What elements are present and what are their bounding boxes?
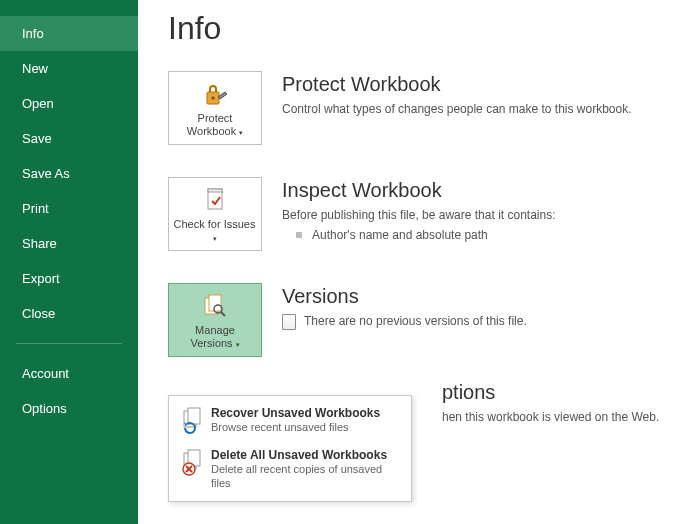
chevron-down-icon: ▾ (213, 235, 217, 242)
backstage-sidebar: Info New Open Save Save As Print Share E… (0, 0, 138, 524)
bullet-icon (296, 232, 302, 238)
sidebar-item-save[interactable]: Save (0, 121, 138, 156)
protect-workbook-button[interactable]: Protect Workbook ▾ (168, 71, 262, 145)
sidebar-item-share[interactable]: Share (0, 226, 138, 261)
browser-title-fragment: ptions (442, 381, 659, 404)
check-for-issues-button[interactable]: Check for Issues ▾ (168, 177, 262, 251)
inspect-desc: Before publishing this file, be aware th… (282, 208, 556, 222)
manage-versions-label: Manage Versions ▾ (169, 324, 261, 349)
menu-item-recover-unsaved[interactable]: Recover Unsaved Workbooks Browse recent … (169, 400, 411, 442)
documents-magnify-icon (199, 292, 231, 320)
versions-title: Versions (282, 285, 527, 308)
document-recover-icon (179, 406, 211, 436)
sidebar-separator (16, 343, 122, 344)
svg-rect-5 (209, 295, 221, 311)
protect-workbook-label: Protect Workbook ▾ (169, 112, 261, 137)
sidebar-item-print[interactable]: Print (0, 191, 138, 226)
svg-rect-9 (188, 408, 200, 424)
sidebar-item-save-as[interactable]: Save As (0, 156, 138, 191)
sidebar-item-info[interactable]: Info (0, 16, 138, 51)
sidebar-item-options[interactable]: Options (0, 391, 138, 426)
document-check-icon (199, 186, 231, 214)
svg-line-7 (221, 312, 225, 316)
sidebar-item-new[interactable]: New (0, 51, 138, 86)
manage-versions-menu: Recover Unsaved Workbooks Browse recent … (168, 395, 412, 502)
delete-title: Delete All Unsaved Workbooks (211, 448, 401, 462)
inspect-bullet-text: Author's name and absolute path (312, 228, 488, 242)
sidebar-item-export[interactable]: Export (0, 261, 138, 296)
svg-point-1 (211, 96, 214, 99)
section-inspect: Check for Issues ▾ Inspect Workbook Befo… (168, 177, 690, 251)
chevron-down-icon: ▾ (234, 341, 240, 348)
sidebar-item-close[interactable]: Close (0, 296, 138, 331)
browser-desc-fragment: hen this workbook is viewed on the Web. (442, 410, 659, 424)
manage-versions-button[interactable]: Manage Versions ▾ (168, 283, 262, 357)
sidebar-item-open[interactable]: Open (0, 86, 138, 121)
document-icon (282, 314, 296, 330)
versions-desc: There are no previous versions of this f… (282, 314, 527, 330)
page-title: Info (168, 10, 690, 47)
delete-sub: Delete all recent copies of unsaved file… (211, 462, 401, 491)
svg-rect-3 (208, 189, 222, 192)
section-protect: Protect Workbook ▾ Protect Workbook Cont… (168, 71, 690, 145)
inspect-title: Inspect Workbook (282, 179, 556, 202)
menu-item-delete-unsaved[interactable]: Delete All Unsaved Workbooks Delete all … (169, 442, 411, 497)
check-issues-label: Check for Issues ▾ (169, 218, 261, 243)
protect-desc: Control what types of changes people can… (282, 102, 632, 116)
protect-title: Protect Workbook (282, 73, 632, 96)
chevron-down-icon: ▾ (237, 129, 243, 136)
document-delete-icon (179, 448, 211, 478)
recover-sub: Browse recent unsaved files (211, 420, 401, 434)
sidebar-item-account[interactable]: Account (0, 356, 138, 391)
recover-title: Recover Unsaved Workbooks (211, 406, 401, 420)
inspect-bullet-row: Author's name and absolute path (282, 228, 556, 242)
lock-key-icon (199, 80, 231, 108)
section-versions: Manage Versions ▾ Versions There are no … (168, 283, 690, 357)
